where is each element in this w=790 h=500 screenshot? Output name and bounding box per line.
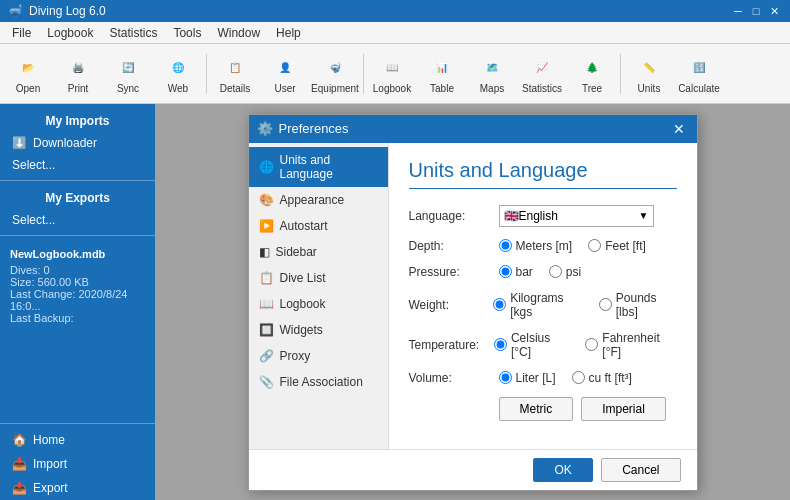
pressure-bar-radio[interactable] [499,265,512,278]
modal-close-button[interactable]: ✕ [669,119,689,139]
proxy-label: Proxy [280,349,311,363]
tool-sync[interactable]: 🔄 Sync [104,47,152,101]
main-area: My Imports ⬇️ Downloader Select... My Ex… [0,104,790,500]
tool-units[interactable]: 📏 Units [625,47,673,101]
depth-feet-text: Feet [ft] [605,239,646,253]
widgets-label: Widgets [280,323,323,337]
pref-nav-units-language[interactable]: 🌐 Units and Language [249,147,388,187]
menu-bar: File Logbook Statistics Tools Window Hel… [0,22,790,44]
tool-open[interactable]: 📂 Open [4,47,52,101]
sidebar-icon: ◧ [259,245,270,259]
menu-statistics[interactable]: Statistics [101,24,165,42]
sidebar-exports-select[interactable]: Select... [0,209,155,231]
proxy-icon: 🔗 [259,349,274,363]
pressure-psi-option[interactable]: psi [549,265,581,279]
last-backup-info: Last Backup: [10,312,145,324]
tool-maps[interactable]: 🗺️ Maps [468,47,516,101]
menu-file[interactable]: File [4,24,39,42]
ok-button[interactable]: OK [533,458,593,482]
logbook-icon: 📖 [378,53,406,81]
weight-kg-radio[interactable] [493,298,506,311]
tool-web[interactable]: 🌐 Web [154,47,202,101]
nav-home[interactable]: 🏠 Home [0,428,155,452]
maps-label: Maps [480,83,504,94]
pref-nav-file-association[interactable]: 📎 File Association [249,369,388,395]
menu-window[interactable]: Window [209,24,268,42]
temperature-celsius-option[interactable]: Celsius [°C] [494,331,569,359]
depth-meters-option[interactable]: Meters [m] [499,239,573,253]
sidebar-divider-1 [0,180,155,181]
widgets-icon: 🔲 [259,323,274,337]
close-button[interactable]: ✕ [766,3,782,19]
lang-dropdown-arrow: ▼ [639,210,649,221]
statistics-icon: 📈 [528,53,556,81]
pressure-psi-radio[interactable] [549,265,562,278]
web-icon: 🌐 [164,53,192,81]
pref-nav-dive-list[interactable]: 📋 Dive List [249,265,388,291]
modal-footer: OK Cancel [249,449,697,490]
tool-equipment[interactable]: 🤿 Equipment [311,47,359,101]
temperature-fahrenheit-option[interactable]: Fahrenheit [°F] [585,331,676,359]
sync-icon: 🔄 [114,53,142,81]
web-label: Web [168,83,188,94]
sync-label: Sync [117,83,139,94]
pref-nav-appearance[interactable]: 🎨 Appearance [249,187,388,213]
exports-select-label: Select... [12,213,55,227]
tool-calculate[interactable]: 🔢 Calculate [675,47,723,101]
depth-feet-option[interactable]: Feet [ft] [588,239,646,253]
imports-title: My Imports [0,108,155,132]
depth-feet-radio[interactable] [588,239,601,252]
volume-liter-radio[interactable] [499,371,512,384]
depth-meters-radio[interactable] [499,239,512,252]
menu-logbook[interactable]: Logbook [39,24,101,42]
calculate-label: Calculate [678,83,720,94]
tree-label: Tree [582,83,602,94]
tool-print[interactable]: 🖨️ Print [54,47,102,101]
downloader-label: Downloader [33,136,97,150]
weight-lbs-option[interactable]: Pounds [lbs] [599,291,677,319]
sidebar-imports-select[interactable]: Select... [0,154,155,176]
volume-liter-option[interactable]: Liter [L] [499,371,556,385]
autostart-label: Autostart [280,219,328,233]
minimize-button[interactable]: ─ [730,3,746,19]
temperature-fahrenheit-radio[interactable] [585,338,598,351]
units-language-icon: 🌐 [259,160,274,174]
tool-logbook[interactable]: 📖 Logbook [368,47,416,101]
volume-cuft-option[interactable]: cu ft [ft³] [572,371,632,385]
temperature-row: Temperature: Celsius [°C] Fahrenheit [°F… [409,331,677,359]
tool-user[interactable]: 👤 User [261,47,309,101]
pressure-bar-option[interactable]: bar [499,265,533,279]
temperature-celsius-radio[interactable] [494,338,507,351]
nav-export[interactable]: 📤 Export [0,476,155,500]
sidebar-downloader[interactable]: ⬇️ Downloader [0,132,155,154]
weight-lbs-radio[interactable] [599,298,612,311]
maximize-button[interactable]: □ [748,3,764,19]
imperial-button[interactable]: Imperial [581,397,666,421]
logbook-info: NewLogbook.mdb Dives: 0 Size: 560.00 KB … [0,240,155,332]
menu-tools[interactable]: Tools [165,24,209,42]
pref-nav-logbook[interactable]: 📖 Logbook [249,291,388,317]
tool-tree[interactable]: 🌲 Tree [568,47,616,101]
volume-cuft-radio[interactable] [572,371,585,384]
pref-nav-autostart[interactable]: ▶️ Autostart [249,213,388,239]
cancel-button[interactable]: Cancel [601,458,680,482]
home-icon: 🏠 [12,433,27,447]
print-icon: 🖨️ [64,53,92,81]
equipment-label: Equipment [311,83,359,94]
pref-nav-widgets[interactable]: 🔲 Widgets [249,317,388,343]
weight-kg-option[interactable]: Kilograms [kgs [493,291,583,319]
logbook-label: Logbook [373,83,411,94]
nav-import[interactable]: 📥 Import [0,452,155,476]
tool-table[interactable]: 📊 Table [418,47,466,101]
tool-details[interactable]: 📋 Details [211,47,259,101]
sidebar-bottom: 🏠 Home 📥 Import 📤 Export [0,419,155,500]
metric-button[interactable]: Metric [499,397,574,421]
pref-nav-proxy[interactable]: 🔗 Proxy [249,343,388,369]
menu-help[interactable]: Help [268,24,309,42]
file-assoc-icon: 📎 [259,375,274,389]
lang-flag: 🇬🇧 [504,209,519,223]
units-icon: 📏 [635,53,663,81]
language-select[interactable]: 🇬🇧 English ▼ [499,205,654,227]
pref-nav-sidebar[interactable]: ◧ Sidebar [249,239,388,265]
tool-statistics[interactable]: 📈 Statistics [518,47,566,101]
